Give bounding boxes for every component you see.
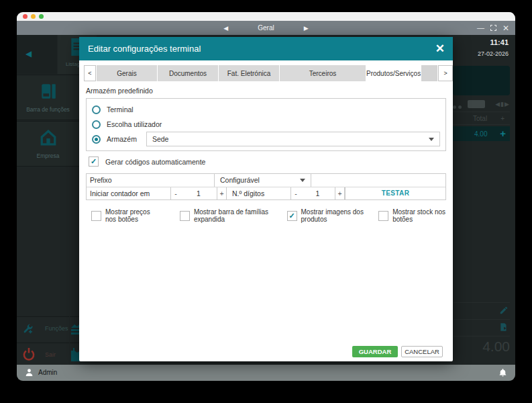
divider [454,336,510,337]
option-mostrar-imagens-dos-produtos: ✓Mostrar imagens dos produtos [287,208,367,223]
auto-codes-label: Gerar códigos automaticamente [105,158,205,166]
fullscreen-icon[interactable] [490,25,496,31]
sidebar-item-barra-de-funcoes[interactable]: Barra de funções [17,75,79,120]
checkbox-label: Mostrar imagens dos produtos [301,208,367,223]
option-mostrar-stock-nos-bot-es: Mostrar stock nos botões [378,208,446,223]
page-title: Geral [258,24,274,32]
button-sair-label: Sair [45,351,56,358]
order-line-total: 4.00 [474,130,487,138]
button-funcoes[interactable]: Funções [17,316,69,342]
checkbox[interactable] [180,211,190,221]
prefix-custom-input[interactable] [311,174,445,187]
divider [454,302,510,303]
status-bar: Admin [17,365,515,381]
clock: 11:41 27-02-2026 [478,38,509,57]
minimize-icon[interactable]: — [477,24,484,32]
warehouse-options-group: TerminalEscolha utilizadorArmazémSede [86,98,446,151]
checkbox[interactable]: ✓ [287,211,297,221]
counter-value[interactable]: 1 [180,187,217,199]
clock-date: 27-02-2026 [478,50,509,57]
guardar-button[interactable]: GUARDAR [352,346,398,357]
prefix-mode-value: Configurável [220,174,260,186]
counter-minus-button[interactable]: - [170,187,180,199]
cancelar-button[interactable]: CANCELAR [401,346,443,357]
checkbox-label: Mostrar preços nos botões [105,208,162,223]
option-mostrar-barra-de-fam-lias-expandida: Mostrar barra de famílias expandida [180,208,272,223]
nav-next-icon[interactable]: ▶ [304,25,309,32]
search-panel[interactable] [453,66,510,95]
close-dialog-icon[interactable]: ✕ [435,42,445,56]
dialog-title: Editar configurações terminal [88,37,201,60]
home-icon [40,129,57,146]
radio-button[interactable] [92,135,101,144]
tab-terceiros[interactable]: Terceiros [280,65,366,81]
checkbox-label: Mostrar stock nos botões [392,208,446,223]
bell-icon[interactable] [498,368,507,377]
tabs-prev-button[interactable]: < [84,65,96,81]
sidebar-item-label: Empresa [17,152,79,159]
app-window: ◀ Geral ▶ — ✕ ◀ Listagens [17,12,515,381]
tab-fat-eletr-nica[interactable]: Fat. Eletrónica [219,65,279,81]
radio-button[interactable] [92,120,101,129]
back-arrow-icon[interactable]: ◀ [25,49,32,58]
order-line-row[interactable]: 4.00 + [453,126,510,141]
keyboard-icon[interactable] [468,100,485,108]
option-mostrar-pre-os-nos-bot-es: Mostrar preços nos botões [91,208,162,223]
warehouse-section-label: Armazém predefinido [86,87,446,95]
digits-minus-button[interactable]: - [290,187,301,199]
prefix-mode-select[interactable]: Configurável [214,174,311,187]
tab-produtos-servi-os[interactable]: Produtos/Serviços [366,65,421,81]
warehouse-select-value: Sede [152,132,169,146]
radio-label: Armazém [107,135,137,143]
tab-documentos[interactable]: Documentos [158,65,218,81]
dialog-body: Armazém predefinido TerminalEscolha util… [86,84,446,341]
layout-icon [40,83,57,100]
counter-plus-button[interactable]: + [217,187,227,199]
auto-codes-checkbox[interactable]: ✓ [89,156,99,167]
tile-partial-building[interactable] [70,343,79,365]
pencil-icon[interactable] [499,306,509,315]
user-icon[interactable] [25,368,34,377]
checkbox[interactable] [91,211,101,221]
total-column-header: Total [473,115,487,122]
sidebar-item-label: Barra de funções [17,106,79,113]
traffic-light-close[interactable] [23,14,28,19]
nav-prev-icon[interactable]: ◀ [223,25,228,32]
counter-label: Iniciar contador em [87,187,170,199]
checkbox[interactable] [378,211,388,221]
window-titlebar-strip [17,12,515,21]
sidebar-item-empresa[interactable]: Empresa [17,121,79,167]
tabs-next-button[interactable]: > [438,65,453,81]
terminal-settings-dialog: Editar configurações terminal ✕ < Gerais… [79,37,453,361]
tile-partial-chart[interactable] [70,316,79,342]
button-sair[interactable]: Sair [17,343,69,365]
close-window-icon[interactable]: ✕ [502,24,509,32]
testar-button[interactable]: TESTAR [345,187,445,199]
prefix-label: Prefixo [87,174,214,187]
clock-time: 11:41 [478,38,509,46]
checkbox-label: Mostrar barra de famílias expandida [194,208,272,223]
chevron-down-icon [429,138,434,141]
tab-stub [421,65,437,81]
document-export-icon[interactable] [499,322,509,332]
power-icon [23,347,35,361]
tab-gerais[interactable]: Gerais [97,65,157,81]
add-line-icon[interactable]: + [500,128,506,139]
pager-icons[interactable]: ◀▮▶ [495,101,510,107]
digits-value[interactable]: 1 [301,187,335,199]
radio-row-escolha-utilizador: Escolha utilizador [92,117,440,132]
radio-row-terminal: Terminal [92,102,440,117]
radio-button[interactable] [92,105,101,114]
plus-column-header: + [500,115,504,122]
order-header-row: Total + [453,111,510,125]
display-options-row: Mostrar preços nos botõesMostrar barra d… [86,208,446,223]
wrench-icon [22,323,34,334]
traffic-light-minimize[interactable] [31,14,36,19]
sidebar-header: ◀ [17,35,57,74]
prefix-counter-table: Prefixo Configurável Iniciar contador em… [86,173,446,200]
warehouse-select[interactable]: Sede [146,132,440,146]
screen: ◀ Geral ▶ — ✕ ◀ Listagens [0,0,532,403]
traffic-light-zoom[interactable] [39,14,44,19]
person-icon[interactable] [453,103,462,109]
digits-plus-button[interactable]: + [335,187,345,199]
